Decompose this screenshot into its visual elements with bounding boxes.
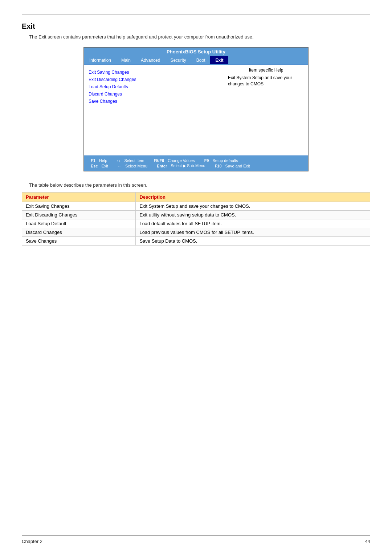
table-row: Discard ChangesLoad previous values from…	[22, 228, 370, 237]
key-f9: F9	[204, 158, 209, 163]
table-row: Load Setup DefaultLoad default values fo…	[22, 219, 370, 228]
table-row: Save ChangesSave Setup Data to CMOS.	[22, 237, 370, 246]
param-description: Exit utility without saving setup data t…	[136, 211, 370, 219]
menu-load-setup-defaults[interactable]: Load Setup Defaults	[89, 84, 220, 89]
bios-body: Exit Saving Changes Exit Discarding Chan…	[84, 65, 308, 155]
desc-change-values: Change Values	[168, 158, 195, 163]
table-row: Exit Discarding ChangesExit utility with…	[22, 211, 370, 219]
bios-footer-row-1: F1 Help ↑↓ Select Item F5/F6 Change Valu…	[91, 158, 301, 163]
param-name: Exit Saving Changes	[22, 202, 136, 211]
nav-security[interactable]: Security	[165, 56, 191, 64]
param-name: Exit Discarding Changes	[22, 211, 136, 219]
menu-save-changes[interactable]: Save Changes	[89, 99, 220, 104]
col-header-parameter: Parameter	[22, 193, 136, 202]
key-f5f6: F5/F6	[154, 158, 164, 163]
bios-menu-panel: Exit Saving Changes Exit Discarding Chan…	[84, 65, 224, 155]
param-name: Save Changes	[22, 237, 136, 246]
desc-exit: Exit	[102, 164, 108, 168]
param-description: Exit System Setup and save your changes …	[136, 202, 370, 211]
desc-setup-defaults: Setup defaults	[212, 158, 238, 163]
bios-help-panel: Item specific Help Exit System Setup and…	[224, 65, 308, 155]
key-enter: Enter	[157, 164, 167, 168]
col-header-description: Description	[136, 193, 370, 202]
desc-select-menu: Select Menu	[125, 164, 147, 168]
params-table: Parameter Description Exit Saving Change…	[22, 192, 370, 246]
desc-select-submenu: Select ▶ Sub-Menu	[171, 163, 205, 168]
nav-boot[interactable]: Boot	[191, 56, 211, 64]
param-description: Save Setup Data to CMOS.	[136, 237, 370, 246]
menu-exit-discarding-changes[interactable]: Exit Discarding Changes	[89, 77, 220, 82]
bios-help-text: Exit System Setup and save your changes …	[228, 75, 304, 87]
desc-select-item: Select Item	[124, 158, 144, 163]
menu-discard-changes[interactable]: Discard Changes	[89, 92, 220, 97]
key-updown: ↑↓	[117, 158, 121, 163]
key-f1: F1	[91, 158, 95, 163]
bios-screenshot: PhoenixBIOS Setup Utility Information Ma…	[83, 47, 309, 171]
intro-text: The Exit screen contains parameters that…	[22, 34, 370, 40]
bios-footer-row-2: Esc Exit ← Select Menu Enter Select ▶ Su…	[91, 163, 301, 168]
menu-exit-saving-changes[interactable]: Exit Saving Changes	[89, 70, 220, 75]
section-title: Exit	[22, 22, 370, 31]
nav-exit[interactable]: Exit	[210, 56, 228, 64]
table-row: Exit Saving ChangesExit System Setup and…	[22, 202, 370, 211]
param-name: Load Setup Default	[22, 219, 136, 228]
desc-help: Help	[99, 158, 107, 163]
param-name: Discard Changes	[22, 228, 136, 237]
key-f10: F10	[215, 164, 222, 168]
footer-chapter: Chapter 2	[22, 539, 42, 544]
bios-title: PhoenixBIOS Setup Utility	[84, 48, 308, 56]
nav-advanced[interactable]: Advanced	[136, 56, 165, 64]
top-divider	[22, 15, 370, 15]
footer-page: 44	[365, 539, 370, 544]
desc-save-exit: Save and Exit	[225, 164, 250, 168]
nav-information[interactable]: Information	[84, 56, 116, 64]
param-description: Load previous values from CMOS for all S…	[136, 228, 370, 237]
bios-nav: Information Main Advanced Security Boot …	[84, 56, 308, 65]
nav-main[interactable]: Main	[116, 56, 136, 64]
key-esc: Esc	[91, 164, 98, 168]
table-description: The table below describes the parameters…	[22, 182, 370, 188]
param-description: Load default values for all SETUP item.	[136, 219, 370, 228]
bios-footer: F1 Help ↑↓ Select Item F5/F6 Change Valu…	[84, 155, 308, 171]
key-left: ←	[118, 164, 122, 168]
page-footer: Chapter 2 44	[22, 535, 370, 544]
bios-help-header: Item specific Help	[228, 68, 304, 73]
